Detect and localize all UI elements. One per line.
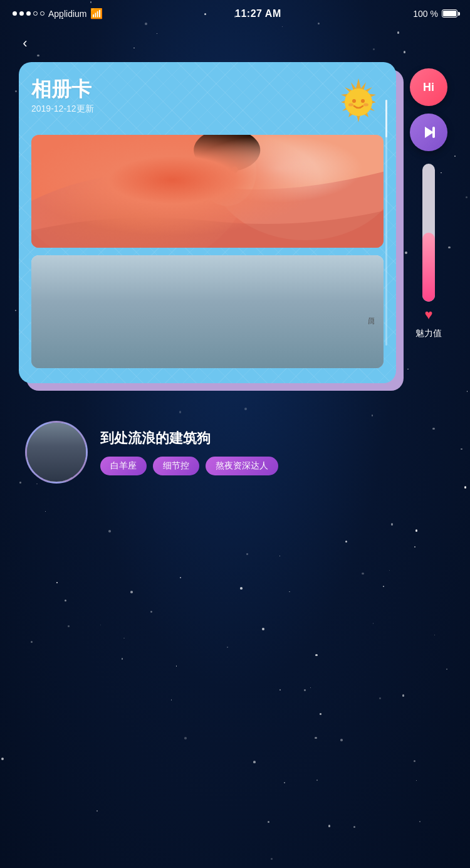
hi-label: Hi: [423, 81, 434, 94]
meter-fill: [422, 233, 435, 302]
photo-grid: 厦门 厦门: [31, 135, 384, 368]
wifi-icon: 📶: [90, 8, 103, 19]
bottom-section: 到处流浪的建筑狗 白羊座 细节控 熬夜资深达人: [0, 402, 470, 502]
user-info: 到处流浪的建筑狗 白羊座 细节控 熬夜资深达人: [100, 429, 445, 475]
photo-item-2: 厦门 厦门: [31, 255, 384, 368]
scroll-thumb: [385, 100, 387, 137]
user-avatar: [25, 421, 88, 484]
back-button[interactable]: ‹: [13, 31, 38, 56]
status-right: 100 %: [413, 9, 457, 19]
main-content: 相册卡 2019-12-12更新: [0, 62, 470, 383]
svg-point-5: [363, 103, 368, 107]
status-bar: Applidium 📶 11:27 AM 100 %: [0, 0, 470, 24]
signal-dot-5: [40, 11, 44, 16]
signal-dot-3: [26, 11, 31, 16]
album-card-wrapper: 相册卡 2019-12-12更新: [19, 62, 396, 383]
svg-point-3: [361, 99, 365, 103]
signal-dot-4: [33, 11, 38, 16]
tags-row: 白羊座 细节控 熬夜资深达人: [100, 457, 445, 475]
hi-button[interactable]: Hi: [410, 68, 447, 106]
svg-point-4: [348, 103, 353, 107]
charm-meter: ♥ 魅力值: [415, 164, 442, 339]
signal-dot-1: [13, 11, 17, 16]
photo-detail-1: [31, 135, 384, 248]
play-icon: [420, 124, 437, 141]
right-panel: Hi ♥ 魅力值: [406, 62, 451, 383]
sun-icon: [333, 77, 384, 127]
scroll-indicator: [385, 100, 387, 346]
album-title: 相册卡: [31, 77, 94, 101]
tag-detail[interactable]: 细节控: [153, 457, 199, 475]
photo-item-1: [31, 135, 384, 248]
svg-rect-28: [432, 127, 435, 138]
album-card[interactable]: 相册卡 2019-12-12更新: [19, 62, 396, 383]
signal-dots: [13, 11, 44, 16]
status-left: Applidium 📶: [13, 8, 103, 19]
avatar-bg: [27, 423, 86, 482]
album-date: 2019-12-12更新: [31, 103, 94, 115]
battery-container: [442, 9, 457, 18]
carrier-label: Applidium: [48, 9, 86, 19]
back-chevron-icon: ‹: [23, 35, 27, 51]
play-button[interactable]: [410, 114, 447, 151]
svg-point-2: [352, 99, 356, 103]
card-header: 相册卡 2019-12-12更新: [31, 77, 384, 127]
battery-fill: [443, 11, 456, 16]
card-title-section: 相册卡 2019-12-12更新: [31, 77, 94, 115]
battery-icon: [442, 9, 457, 18]
tag-zodiac[interactable]: 白羊座: [100, 457, 147, 475]
battery-percent: 100 %: [413, 9, 438, 19]
tag-night[interactable]: 熬夜资深达人: [206, 457, 278, 475]
svg-marker-27: [425, 127, 434, 138]
photo-detail-2: [31, 255, 384, 368]
sun-decoration: [333, 77, 384, 127]
user-name: 到处流浪的建筑狗: [100, 429, 445, 448]
time-display: 11:27 AM: [235, 8, 281, 19]
meter-track: [422, 164, 435, 302]
signal-dot-2: [19, 11, 24, 16]
charm-label: 魅力值: [415, 328, 442, 339]
charm-heart-icon: ♥: [424, 307, 432, 323]
svg-point-1: [345, 88, 372, 116]
